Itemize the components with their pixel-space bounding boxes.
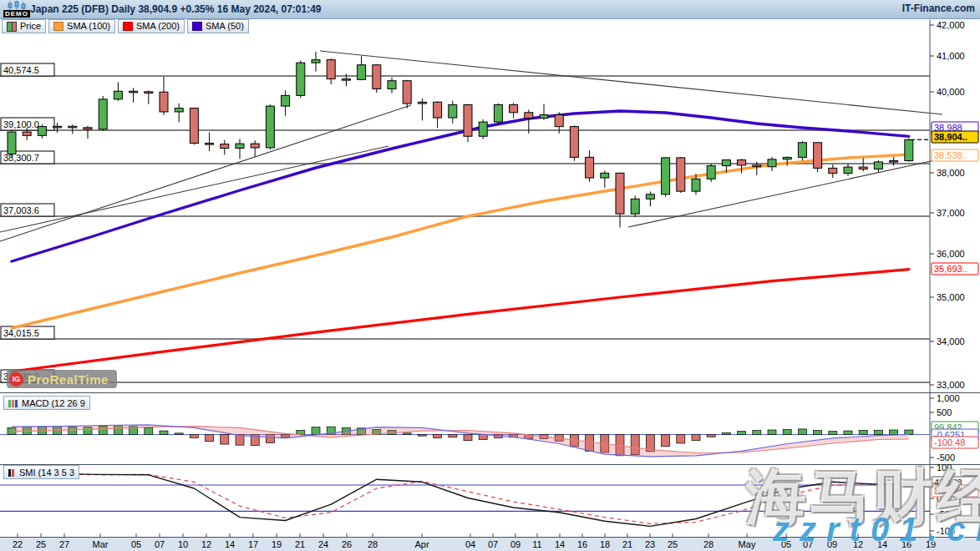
svg-text:1,000: 1,000 <box>937 393 960 403</box>
instrument-title: Japan 225 (DFB) Daily 38,904.9 +0.35% 16… <box>30 3 322 15</box>
svg-text:28: 28 <box>368 539 378 549</box>
svg-text:40,574.5: 40,574.5 <box>3 65 39 75</box>
sma200-line <box>12 270 909 372</box>
svg-text:05: 05 <box>131 539 141 549</box>
svg-text:10: 10 <box>178 539 188 549</box>
svg-text:26: 26 <box>342 539 352 549</box>
svg-text:12: 12 <box>201 539 211 549</box>
brand-label: IT-Finance.com <box>902 3 975 14</box>
legend-chip-label: SMA (100) <box>67 21 110 31</box>
svg-text:09: 09 <box>510 539 520 549</box>
svg-text:37,000: 37,000 <box>937 208 965 218</box>
legend-chip-label: SMA (50) <box>206 21 244 31</box>
sma-color-swatch <box>192 22 202 31</box>
legend-chip-price[interactable]: Price <box>2 19 46 33</box>
sma100-line <box>12 154 909 328</box>
macd-indicator-chip[interactable]: MACD (12 26 9 <box>3 396 90 410</box>
svg-text:04: 04 <box>465 539 475 549</box>
svg-text:36,000: 36,000 <box>937 249 965 259</box>
sma-color-swatch <box>53 22 63 31</box>
smi-icon <box>8 468 16 477</box>
svg-text:37,003.6: 37,003.6 <box>3 205 39 215</box>
svg-text:07: 07 <box>488 539 498 549</box>
legend-chip-label: Price <box>20 21 41 31</box>
svg-text:41,000: 41,000 <box>937 51 965 61</box>
svg-text:38,000: 38,000 <box>937 168 965 178</box>
macd-value-tags: 99.842-0.6251-100.48 <box>932 422 978 448</box>
sma50-line <box>12 111 909 261</box>
svg-text:38,904..: 38,904.. <box>934 132 967 142</box>
svg-text:14: 14 <box>555 539 565 549</box>
svg-text:16: 16 <box>577 539 587 549</box>
legend-chip-sma-100-[interactable]: SMA (100) <box>48 19 115 33</box>
svg-text:17: 17 <box>248 539 258 549</box>
svg-text:11: 11 <box>532 539 541 549</box>
svg-text:28: 28 <box>703 539 713 549</box>
svg-text:38,538..: 38,538.. <box>934 150 967 160</box>
mini-candles-icon <box>8 1 28 10</box>
smi-indicator-chip[interactable]: SMI (14 3 5 3 <box>3 465 79 479</box>
candles-layer <box>8 52 913 228</box>
title-bar: Japan 225 (DFB) Daily 38,904.9 +0.35% 16… <box>0 0 980 19</box>
charting-app: 40,574.539,100.038,300.737,003.634,015.5… <box>0 0 980 551</box>
svg-text:34,000: 34,000 <box>937 336 965 346</box>
svg-text:23: 23 <box>645 539 655 549</box>
legend-chip-sma-200-[interactable]: SMA (200) <box>118 19 185 33</box>
svg-text:21: 21 <box>295 539 305 549</box>
svg-text:22: 22 <box>13 539 23 549</box>
svg-text:25: 25 <box>668 539 678 549</box>
legend-chip-sma-50-[interactable]: SMA (50) <box>187 19 249 33</box>
macd-panel <box>0 425 930 457</box>
prorealtime-watermark: IG ProRealTime <box>7 370 117 388</box>
svg-text:Mar: Mar <box>93 539 109 549</box>
sma-color-swatch <box>123 22 133 31</box>
svg-text:21: 21 <box>622 539 632 549</box>
ig-logo: IG <box>9 372 23 387</box>
svg-text:40,000: 40,000 <box>937 87 965 97</box>
demo-badge: DEMO <box>3 10 30 18</box>
smi-label: SMI (14 3 5 3 <box>19 468 74 478</box>
svg-text:39,100.0: 39,100.0 <box>3 119 39 129</box>
svg-text:07: 07 <box>155 539 165 549</box>
svg-text:18: 18 <box>600 539 610 549</box>
svg-text:Apr: Apr <box>414 539 429 549</box>
legend-chip-label: SMA (200) <box>136 21 180 31</box>
svg-text:24: 24 <box>318 539 328 549</box>
svg-text:42,000: 42,000 <box>937 20 965 30</box>
macd-label: MACD (12 26 9 <box>22 398 85 408</box>
svg-text:19: 19 <box>272 539 282 549</box>
svg-text:May: May <box>739 539 756 549</box>
svg-text:27: 27 <box>59 539 69 549</box>
svg-text:33,000: 33,000 <box>937 380 965 390</box>
svg-text:35,693..: 35,693.. <box>934 264 967 274</box>
svg-text:34,015.5: 34,015.5 <box>3 328 39 338</box>
svg-text:500: 500 <box>937 407 952 417</box>
indicator-legend: PriceSMA (100)SMA (200)SMA (50) <box>0 18 249 33</box>
price-icon <box>7 22 17 30</box>
svg-text:14: 14 <box>225 539 235 549</box>
svg-text:-100.48: -100.48 <box>934 437 965 447</box>
svg-text:25: 25 <box>36 539 46 549</box>
macd-icon <box>8 399 18 407</box>
url-watermark: zzrt01.cn <box>773 511 980 548</box>
svg-text:35,000: 35,000 <box>937 292 965 302</box>
